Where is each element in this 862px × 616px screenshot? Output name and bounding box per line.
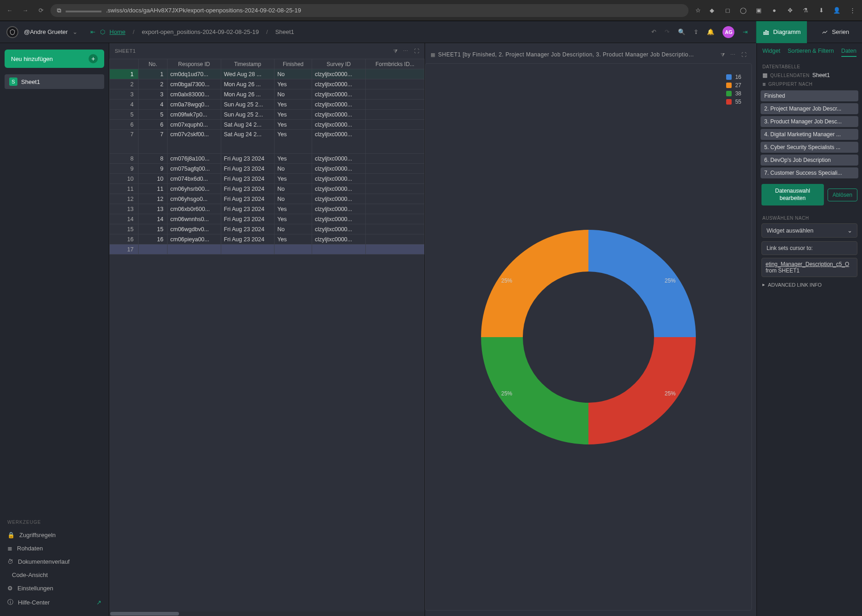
table-row[interactable]: 1313cm06xb0r600...Fri Aug 23 2024Yesclzy…	[110, 204, 425, 214]
star-icon[interactable]: ☆	[694, 6, 702, 15]
table-row[interactable]: 1414cm06wnnhs0...Fri Aug 23 2024Yesclzyl…	[110, 214, 425, 224]
group-by-chip[interactable]: 5. Cyber Security Specialists ...	[761, 142, 858, 153]
forward-icon[interactable]: →	[21, 6, 29, 15]
edit-data-selection-button[interactable]: Datenauswahl bearbeiten	[761, 184, 824, 205]
sidebar-tool-item[interactable]: ⏱Dokumentenverlauf	[5, 555, 104, 568]
group-by-chip[interactable]: 7. Customer Success Speciali...	[761, 167, 858, 178]
table-row[interactable]: 1010cm074bx6d0...Fri Aug 23 2024Yesclzyl…	[110, 174, 425, 184]
table-row[interactable]: 55cm09fwk7p0...Sun Aug 25 2...Yesclzyljt…	[110, 110, 425, 120]
column-header[interactable]: Formbricks ID...	[365, 59, 424, 69]
tool-icon: ≣	[7, 545, 12, 552]
help-icon: ⓘ	[7, 598, 13, 606]
group-by-list: Finished2. Project Manager Job Descr...3…	[757, 90, 862, 178]
user-menu[interactable]: @Andre Grueter	[24, 28, 68, 35]
svg-rect-2	[767, 31, 768, 34]
sidebar-tool-item[interactable]: 🔒Zugriffsregeln	[5, 528, 104, 542]
ext-icon-2[interactable]: ◻	[723, 6, 732, 15]
help-center-link[interactable]: ⓘ Hilfe-Center ↗	[5, 595, 104, 610]
breadcrumb-doc[interactable]: export-open_positions-2024-09-02-08-25-1…	[142, 28, 259, 35]
detach-button[interactable]: Ablösen	[828, 189, 857, 201]
group-by-chip[interactable]: 6. DevOp's Job Description	[761, 155, 858, 166]
panel-toggle-right-icon[interactable]: ⇥	[743, 28, 748, 35]
column-header[interactable]: Response ID	[167, 59, 221, 69]
table-row[interactable]: 66cm07xquph0...Sat Aug 24 2...Yesclzyljt…	[110, 120, 425, 130]
notifications-icon[interactable]: 🔔	[707, 28, 714, 35]
redo-icon[interactable]: ↷	[665, 28, 670, 35]
left-sidebar: Neu hinzufügen + S Sheet1 WERKZEUGE 🔒Zug…	[0, 43, 109, 616]
app-logo[interactable]	[6, 26, 18, 38]
group-by-chip[interactable]: 3. Product Manager Job Desc...	[761, 116, 858, 127]
sidebar-tool-item[interactable]: ⚙Einstellungen	[5, 582, 104, 595]
group-by-chip[interactable]: 4. Digital Marketing Manager ...	[761, 129, 858, 140]
chart-expand-icon[interactable]: ⛶	[741, 52, 747, 57]
link-cursor-info: Link sets cursor to:	[761, 241, 857, 255]
legend-item: 16	[726, 74, 741, 80]
profile-icon[interactable]: ◯	[739, 6, 747, 15]
chart-title: SHEET1 [by Finished, 2. Project Manager …	[438, 51, 695, 58]
column-header[interactable]: Timestamp	[221, 59, 274, 69]
filter-icon[interactable]: ⧩	[393, 48, 398, 54]
browser-toolbar: ← → ⟳ ⧉ ▬▬▬▬▬▬ .swiss/o/docs/gaAHv8X7JXP…	[0, 0, 862, 21]
breadcrumb-sheet[interactable]: Sheet1	[275, 28, 294, 35]
source-table-link[interactable]: Sheet1	[812, 72, 830, 78]
tab-sort-filter[interactable]: Sortieren & Filtern	[788, 48, 834, 57]
labs-icon[interactable]: ⚗	[801, 6, 810, 15]
search-icon[interactable]: 🔍	[678, 28, 685, 35]
table-row[interactable]: 77cm07v2skf00...Sat Aug 24 2...Yesclzylj…	[110, 130, 425, 154]
table-row[interactable]: 1616cm06pieya00...Fri Aug 23 2024Yesclzy…	[110, 234, 425, 244]
add-new-button[interactable]: Neu hinzufügen +	[5, 50, 104, 68]
table-row[interactable]: 1515cm06wgdbv0...Fri Aug 23 2024Noclzylj…	[110, 224, 425, 234]
table-row[interactable]: 17	[110, 244, 425, 255]
column-header[interactable]: Finished	[274, 59, 312, 69]
tab-daten[interactable]: Daten	[841, 48, 856, 57]
column-header[interactable]: No.	[138, 59, 167, 69]
diagramm-button[interactable]: Diagramm	[756, 21, 807, 43]
link-target-box[interactable]: eting_Manager_Description_c5_O from SHEE…	[761, 258, 857, 277]
user-menu-caret-icon[interactable]: ⌄	[73, 28, 78, 35]
advanced-link-info-toggle[interactable]: ▸ ADVANCED LINK INFO	[757, 277, 862, 292]
more-icon[interactable]: ⋯	[403, 48, 409, 54]
table-row[interactable]: 33cm0alx83000...Mon Aug 26 ...Noclzyljtx…	[110, 89, 425, 100]
ext-icon-1[interactable]: ◆	[708, 6, 716, 15]
reload-icon[interactable]: ⟳	[37, 6, 45, 15]
table-row[interactable]: 99cm075agfq00...Fri Aug 23 2024Noclzyljt…	[110, 164, 425, 174]
address-bar[interactable]: ⧉ ▬▬▬▬▬▬ .swiss/o/docs/gaAHv8X7JXPk/expo…	[50, 4, 688, 17]
tab-widget[interactable]: Widget	[762, 48, 780, 57]
table-title: SHEET1	[115, 48, 136, 54]
sidebar-tool-item[interactable]: ≣Rohdaten	[5, 542, 104, 555]
group-by-chip[interactable]: 2. Project Manager Job Descr...	[761, 103, 858, 114]
undo-icon[interactable]: ↶	[651, 28, 656, 35]
download-icon[interactable]: ⬇	[817, 6, 825, 15]
table-row[interactable]: 44cm0a78wgq0...Sun Aug 25 2...Yesclzyljt…	[110, 100, 425, 110]
panel-toggle-left-icon[interactable]: ⇤	[90, 28, 95, 35]
menu-icon[interactable]: ⋮	[848, 6, 856, 15]
extensions-icon[interactable]: ✥	[786, 6, 794, 15]
account-icon[interactable]: 👤	[833, 6, 841, 15]
serien-button[interactable]: Serien	[815, 21, 856, 43]
horizontal-scrollbar[interactable]	[109, 611, 425, 616]
breadcrumb-home[interactable]: Home	[110, 28, 126, 35]
table-row[interactable]: 22cm0bgal7300...Mon Aug 26 ...Yesclzyljt…	[110, 79, 425, 89]
sidebar-sheet-item[interactable]: S Sheet1	[5, 74, 104, 89]
url-text: .swiss/o/docs/gaAHv8X7JXPk/export-openpo…	[106, 7, 301, 14]
table-row[interactable]: 1111cm06yhsrb00...Fri Aug 23 2024Noclzyl…	[110, 184, 425, 194]
column-header[interactable]: Survey ID	[312, 59, 365, 69]
datentabelle-title: DATENTABELLE	[757, 60, 862, 72]
data-table[interactable]: No.Response IDTimestampFinishedSurvey ID…	[109, 59, 425, 255]
site-lock-icon: ⧉	[57, 7, 61, 14]
ext-icon-3[interactable]: ●	[770, 6, 778, 15]
chart-filter-icon[interactable]: ⧩	[721, 52, 725, 58]
widget-select[interactable]: Widget auswählen ⌄	[761, 223, 857, 238]
apps-icon[interactable]: ▣	[755, 6, 763, 15]
chart-legend: 16273855	[726, 74, 741, 107]
avatar[interactable]: AG	[722, 26, 734, 38]
table-row[interactable]: 11cm0dq1ud70...Wed Aug 28 ...Noclzyljtxc…	[110, 69, 425, 79]
back-icon[interactable]: ←	[6, 6, 14, 15]
sidebar-tool-item[interactable]: Code-Ansicht	[5, 568, 104, 582]
group-by-chip[interactable]: Finished	[761, 90, 858, 101]
share-icon[interactable]: ⇪	[694, 28, 699, 35]
chart-more-icon[interactable]: ⋯	[730, 52, 736, 58]
table-row[interactable]: 1212cm06yhsgo0...Fri Aug 23 2024Noclzylj…	[110, 194, 425, 204]
table-row[interactable]: 88cm076j8a100...Fri Aug 23 2024Yesclzylj…	[110, 154, 425, 164]
expand-icon[interactable]: ⛶	[414, 48, 420, 54]
